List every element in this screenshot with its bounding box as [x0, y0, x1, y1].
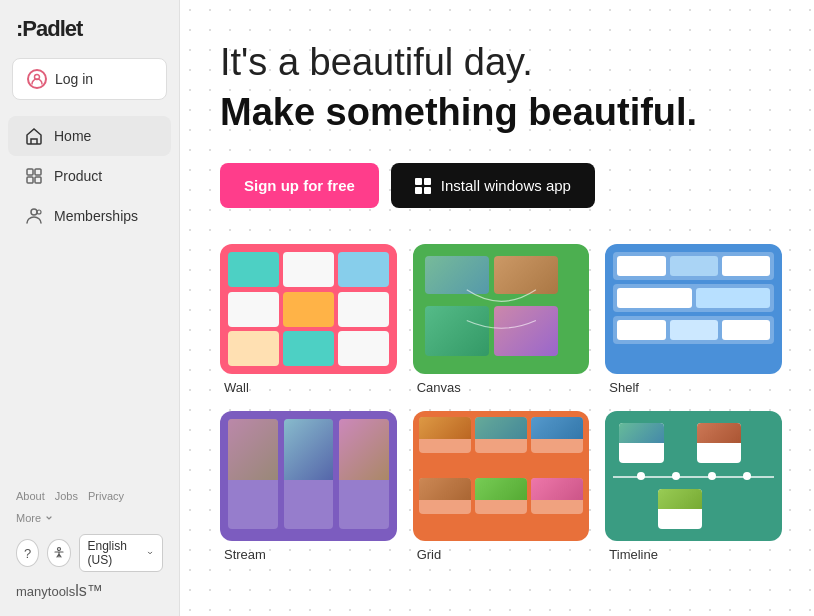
sidebar-item-product[interactable]: Product [8, 156, 171, 196]
wall-thumbnail [220, 244, 397, 374]
sidebar-item-memberships[interactable]: Memberships [8, 196, 171, 236]
main-content: It's a beautiful day. Make something bea… [180, 0, 814, 616]
svg-rect-4 [35, 177, 41, 183]
windows-icon [415, 178, 431, 194]
sidebar-item-home[interactable]: Home [8, 116, 171, 156]
shelf-label: Shelf [605, 380, 782, 395]
gallery-item-wall[interactable]: Wall [220, 244, 397, 395]
cta-buttons: Sign up for free Install windows app [220, 163, 782, 208]
timeline-label: Timeline [605, 547, 782, 562]
gallery-item-grid[interactable]: Grid [413, 411, 590, 562]
sidebar: :Padlet Log in Home [0, 0, 180, 616]
home-icon [24, 126, 44, 146]
help-icon-button[interactable]: ? [16, 539, 39, 567]
user-icon [27, 69, 47, 89]
login-button[interactable]: Log in [12, 58, 167, 100]
svg-point-5 [31, 209, 37, 215]
sidebar-footer: About Jobs Privacy More ? English (US) [0, 490, 179, 600]
svg-point-6 [37, 210, 41, 214]
grid-label: Grid [413, 547, 590, 562]
hero-title-line1: It's a beautiful day. [220, 40, 782, 86]
nav-product-label: Product [54, 168, 102, 184]
footer-privacy[interactable]: Privacy [88, 490, 124, 502]
footer-jobs[interactable]: Jobs [55, 490, 78, 502]
memberships-icon [24, 206, 44, 226]
footer-about[interactable]: About [16, 490, 45, 502]
gallery-item-canvas[interactable]: Canvas [413, 244, 590, 395]
gallery-grid: Wall [220, 244, 782, 562]
footer-more[interactable]: More [16, 512, 54, 524]
gallery-item-shelf[interactable]: Shelf [605, 244, 782, 395]
gallery-item-stream[interactable]: Stream [220, 411, 397, 562]
nav-home-label: Home [54, 128, 91, 144]
wall-label: Wall [220, 380, 397, 395]
product-icon [24, 166, 44, 186]
gallery-item-timeline[interactable]: Timeline [605, 411, 782, 562]
hero-title-line2: Make something beautiful. [220, 90, 782, 136]
grid-thumbnail [413, 411, 590, 541]
login-label: Log in [55, 71, 93, 87]
timeline-thumbnail [605, 411, 782, 541]
stream-label: Stream [220, 547, 397, 562]
install-windows-button[interactable]: Install windows app [391, 163, 595, 208]
language-selector[interactable]: English (US) [79, 534, 164, 572]
svg-point-7 [57, 548, 60, 551]
svg-rect-3 [27, 177, 33, 183]
app-logo[interactable]: :Padlet [0, 16, 179, 58]
signup-button[interactable]: Sign up for free [220, 163, 379, 208]
canvas-label: Canvas [413, 380, 590, 395]
accessibility-icon-button[interactable] [47, 539, 70, 567]
stream-thumbnail [220, 411, 397, 541]
svg-rect-1 [27, 169, 33, 175]
svg-rect-2 [35, 169, 41, 175]
canvas-thumbnail [413, 244, 590, 374]
shelf-thumbnail [605, 244, 782, 374]
manytools-logo: manytoolsls™ [16, 582, 163, 600]
nav-memberships-label: Memberships [54, 208, 138, 224]
